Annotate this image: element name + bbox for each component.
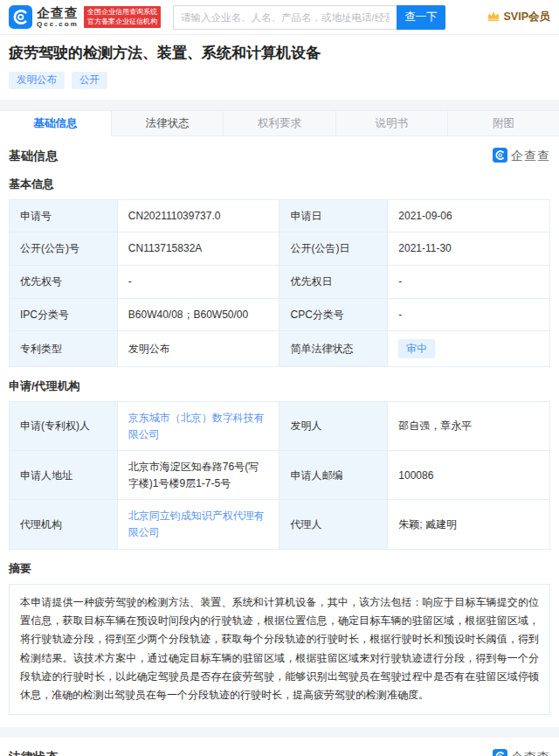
svip-label: SVIP会员: [504, 10, 551, 24]
applicant-link[interactable]: 京东城市（北京）数字科技有限公司: [128, 412, 265, 440]
divider-gap: [0, 100, 559, 110]
qcc-watermark: 企查查: [493, 148, 550, 165]
field-label: 发明人: [280, 402, 388, 451]
table-row: 申请号 CN202111039737.0 申请日 2021-09-06: [10, 199, 550, 232]
section-title-basic: 基础信息: [9, 149, 58, 164]
crown-icon: [487, 10, 500, 24]
agency-table: 申请(专利权)人 京东城市（北京）数字科技有限公司 发明人 邵自强，章永平 申请…: [9, 401, 550, 550]
field-value: -: [388, 265, 550, 298]
search-box: 查一下: [173, 5, 445, 30]
tag-publish-status: 公开: [72, 72, 107, 89]
patent-title: 疲劳驾驶的检测方法、装置、系统和计算机设备: [9, 44, 550, 64]
qcc-watermark-label: 企查查: [511, 750, 550, 756]
qcc-logo[interactable]: 企查查 Qcc.com 全国企业信用查询系统 官方备案企业征信机构: [9, 5, 161, 29]
abstract-text: 本申请提供一种疲劳驾驶的检测方法、装置、系统和计算机设备，其中，该方法包括：响应…: [9, 584, 550, 715]
status-badge: 审中: [398, 339, 435, 358]
field-value: 朱颖; 臧建明: [388, 500, 550, 549]
table-row: 申请人地址 北京市海淀区知春路76号(写字楼)1号楼9层1-7-5号 申请人邮编…: [10, 451, 550, 500]
field-label: IPC分类号: [10, 298, 118, 331]
field-value: B60W40/08；B60W50/00: [117, 298, 280, 331]
tab-drawings[interactable]: 附图: [448, 111, 559, 136]
subsection-basic-info: 基本信息: [9, 177, 550, 192]
top-navbar: 企查查 Qcc.com 全国企业信用查询系统 官方备案企业征信机构 查一下 SV…: [0, 0, 559, 35]
field-value: 100086: [388, 451, 550, 500]
legal-status-section: 法律状态 企查查 1 2021-11-30 公开: [0, 738, 559, 756]
page: 企查查 Qcc.com 全国企业信用查询系统 官方备案企业征信机构 查一下 SV…: [0, 0, 559, 756]
official-badge-line2: 官方备案企业征信机构: [87, 17, 157, 26]
search-button[interactable]: 查一下: [397, 5, 445, 30]
subsection-abstract: 摘要: [9, 561, 550, 577]
field-value: CN202111039737.0: [117, 199, 280, 232]
field-value: 北京市海淀区知春路76号(写字楼)1号楼9层1-7-5号: [117, 451, 280, 500]
field-value: CN113715832A: [117, 232, 280, 266]
tab-bar: 基础信息 法律状态 权利要求 说明书 附图: [0, 110, 559, 136]
divider-gap: [0, 727, 559, 738]
field-value: 审中: [388, 331, 550, 367]
table-row: 代理机构 北京同立钧成知识产权代理有限公司 代理人 朱颖; 臧建明: [10, 500, 550, 549]
field-label: 申请号: [10, 199, 118, 232]
field-label: 公开(公告)日: [280, 232, 388, 266]
brand-domain: Qcc.com: [37, 21, 79, 28]
agency-link[interactable]: 北京同立钧成知识产权代理有限公司: [128, 510, 265, 538]
basic-info-section: 基础信息 企查查 基本信息 申请号 CN202111039737.0 申请日 2…: [0, 136, 559, 727]
field-label: 代理机构: [10, 500, 118, 549]
title-block: 疲劳驾驶的检测方法、装置、系统和计算机设备 发明公布 公开: [0, 35, 559, 100]
field-label: 申请(专利权)人: [10, 402, 118, 451]
tab-claims[interactable]: 权利要求: [224, 111, 335, 136]
field-label: 优先权号: [10, 265, 118, 298]
field-value: 2021-09-06: [388, 199, 550, 232]
field-value: -: [117, 265, 280, 298]
field-label: 公开(公告)号: [10, 232, 118, 266]
table-row: 申请(专利权)人 京东城市（北京）数字科技有限公司 发明人 邵自强，章永平: [10, 402, 550, 451]
subsection-agency: 申请/代理机构: [9, 378, 550, 394]
field-value: 京东城市（北京）数字科技有限公司: [117, 402, 280, 451]
table-row: 公开(公告)号 CN113715832A 公开(公告)日 2021-11-30: [10, 232, 550, 266]
table-row: IPC分类号 B60W40/08；B60W50/00 CPC分类号 -: [10, 298, 550, 331]
patent-tags: 发明公布 公开: [9, 72, 550, 89]
field-value: 邵自强，章永平: [388, 402, 550, 451]
field-label: 优先权日: [280, 265, 388, 298]
field-value: 北京同立钧成知识产权代理有限公司: [117, 500, 280, 549]
field-label: 申请人邮编: [280, 451, 388, 500]
field-value: 发明公布: [117, 331, 280, 367]
basic-info-table: 申请号 CN202111039737.0 申请日 2021-09-06 公开(公…: [9, 199, 550, 367]
field-label: 简单法律状态: [280, 331, 388, 367]
official-badge: 全国企业信用查询系统 官方备案企业征信机构: [84, 6, 161, 28]
qcc-logo-icon: [9, 5, 32, 29]
svip-link[interactable]: SVIP会员: [487, 10, 551, 24]
legal-section-header: 法律状态 企查查: [9, 749, 550, 756]
field-value: 2021-11-30: [388, 232, 550, 266]
field-label: CPC分类号: [280, 298, 388, 331]
qcc-watermark-label: 企查查: [511, 149, 550, 164]
official-badge-line1: 全国企业信用查询系统: [87, 8, 157, 17]
qcc-watermark: 企查查: [493, 749, 550, 756]
field-label: 专利类型: [10, 331, 118, 367]
table-row: 优先权号 - 优先权日 -: [10, 265, 550, 298]
field-label: 申请人地址: [10, 451, 118, 500]
tag-patent-type: 发明公布: [9, 72, 65, 89]
brand-name: 企查查: [37, 6, 79, 19]
search-input[interactable]: [173, 5, 397, 30]
section-title-legal: 法律状态: [9, 750, 58, 756]
tab-basic-info[interactable]: 基础信息: [0, 111, 112, 136]
table-row: 专利类型 发明公布 简单法律状态 审中: [10, 331, 550, 367]
field-label: 申请日: [280, 199, 388, 232]
field-value: -: [388, 298, 550, 331]
tab-description[interactable]: 说明书: [336, 111, 448, 136]
tab-legal-status[interactable]: 法律状态: [112, 111, 224, 136]
qcc-watermark-icon: [493, 148, 507, 165]
brand-text: 企查查 Qcc.com: [37, 6, 79, 28]
basic-section-header: 基础信息 企查查: [9, 148, 550, 165]
qcc-watermark-icon: [493, 749, 507, 756]
field-label: 代理人: [280, 500, 388, 549]
